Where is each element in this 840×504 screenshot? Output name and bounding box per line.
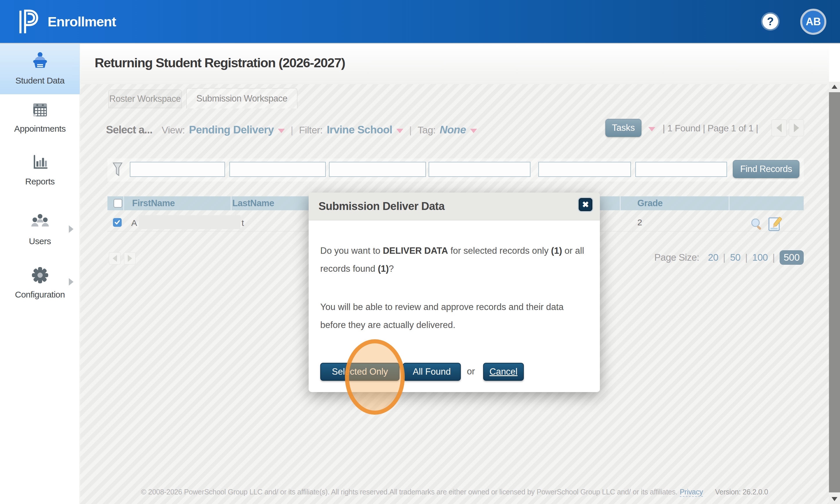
all-found-label: All Found	[413, 366, 451, 377]
prev-page-button-bottom[interactable]	[109, 252, 120, 265]
sidebar-item-label: Reports	[0, 177, 80, 186]
separator: |	[291, 124, 293, 136]
filter-input-firstname[interactable]	[130, 162, 225, 177]
filter-input-grade[interactable]	[635, 162, 727, 177]
app-title: Enrollment	[48, 14, 116, 30]
column-header-firstname[interactable]: FirstName	[132, 196, 175, 210]
modal-close-button[interactable]: ✖	[579, 198, 592, 211]
filter-input-lastname[interactable]	[229, 162, 326, 177]
separator: |	[772, 252, 775, 263]
sidebar-item-label: Student Data	[0, 76, 80, 86]
redacted-name	[139, 215, 240, 229]
tasks-button[interactable]: Tasks	[605, 119, 641, 137]
vertical-scrollbar	[829, 82, 840, 504]
avatar-initials: AB	[806, 16, 821, 28]
page-size-option-500-selected[interactable]: 500	[779, 250, 804, 265]
scrollbar-up-button[interactable]	[829, 82, 840, 92]
filter-dropdown-caret-icon[interactable]	[396, 129, 403, 133]
results-summary: | 1 Found | Page 1 of 1 |	[663, 123, 758, 134]
version-text: Version: 26.2.0.0	[715, 488, 768, 496]
view-record-magnifier-icon[interactable]	[750, 217, 764, 231]
submission-deliver-data-modal: Submission Deliver Data ✖ Do you want to…	[309, 193, 600, 392]
column-divider	[231, 196, 232, 210]
prev-page-button[interactable]	[771, 120, 787, 136]
sidebar: Student Data Appointments	[0, 44, 80, 504]
next-page-button[interactable]	[789, 120, 804, 136]
arrow-left-icon	[776, 124, 782, 132]
student-data-icon	[31, 51, 50, 70]
scrollbar-down-button[interactable]	[829, 494, 840, 504]
select-all-checkbox[interactable]	[114, 199, 122, 208]
page-size-option-50[interactable]: 50	[730, 252, 741, 263]
column-divider	[123, 196, 124, 210]
sidebar-item-reports[interactable]: Reports	[0, 154, 80, 197]
tab-submission-workspace[interactable]: Submission Workspace	[186, 88, 297, 108]
chevron-right-icon	[69, 225, 73, 233]
modal-question: Do you want to DELIVER DATA for selected…	[320, 242, 587, 278]
edit-record-icon[interactable]	[767, 216, 782, 231]
page-size-option-20[interactable]: 20	[708, 252, 718, 263]
selected-only-button[interactable]: Selected Only	[320, 363, 399, 381]
scrollbar-thumb[interactable]	[829, 92, 840, 492]
help-icon[interactable]: ?	[762, 14, 778, 29]
modal-title: Submission Deliver Data	[319, 200, 445, 213]
copyright-text: © 2008-2026 PowerSchool Group LLC and/ o…	[141, 488, 678, 496]
page-size-control: Page Size: 20 | 50 | 100 | 500	[648, 249, 804, 266]
page-title-band: Returning Student Registration (2026-202…	[80, 44, 829, 84]
tab-roster-workspace[interactable]: Roster Workspace	[108, 90, 182, 108]
tab-label: Roster Workspace	[109, 94, 181, 104]
modal-header: Submission Deliver Data ✖	[309, 193, 600, 220]
sidebar-item-users[interactable]: Users	[0, 214, 80, 257]
view-toolbar: Select a... View: Pending Delivery | Fil…	[106, 121, 477, 139]
row-firstname-fragment: A	[131, 218, 137, 228]
powerschool-logo-icon	[17, 7, 39, 35]
footer: © 2008-2026 PowerSchool Group LLC and/ o…	[80, 488, 829, 497]
column-header-lastname[interactable]: LastName	[232, 196, 274, 210]
filter-label: Filter:	[299, 124, 323, 136]
tag-label: Tag:	[417, 124, 435, 136]
page-size-option-100[interactable]: 100	[752, 252, 768, 263]
app-root: Enrollment ? AB Student Data	[0, 0, 840, 504]
select-all-control[interactable]: Select a...	[106, 124, 152, 136]
page-title: Returning Student Registration (2026-202…	[95, 55, 345, 70]
filter-input-5[interactable]	[538, 162, 631, 177]
arrow-left-icon	[113, 255, 117, 262]
filter-input-3[interactable]	[329, 162, 426, 177]
user-avatar[interactable]: AB	[800, 9, 826, 35]
sidebar-item-label: Appointments	[0, 124, 80, 134]
filter-value[interactable]: Irvine School	[327, 124, 392, 136]
users-icon	[31, 214, 49, 231]
all-found-button[interactable]: All Found	[403, 363, 461, 381]
separator: |	[723, 252, 725, 263]
chevron-right-icon	[69, 278, 73, 286]
sidebar-item-appointments[interactable]: Appointments	[0, 101, 80, 147]
privacy-link[interactable]: Privacy	[680, 488, 703, 497]
view-dropdown-caret-icon[interactable]	[278, 129, 285, 133]
separator: |	[409, 124, 412, 136]
sidebar-item-student-data[interactable]: Student Data	[0, 44, 80, 94]
column-header-grade[interactable]: Grade	[637, 196, 663, 210]
tag-value[interactable]: None	[440, 124, 466, 136]
view-value[interactable]: Pending Delivery	[189, 124, 274, 136]
sidebar-item-configuration[interactable]: Configuration	[0, 266, 80, 312]
calendar-icon	[31, 101, 49, 119]
tasks-dropdown-caret-icon[interactable]	[648, 127, 655, 131]
scroll-up-icon	[832, 85, 837, 89]
row-checkbox[interactable]	[113, 218, 122, 227]
close-icon: ✖	[582, 200, 589, 209]
next-page-button-bottom[interactable]	[124, 252, 136, 265]
tab-label: Submission Workspace	[196, 93, 287, 104]
filter-input-4[interactable]	[429, 162, 530, 177]
help-glyph: ?	[767, 15, 773, 28]
column-divider	[620, 196, 620, 210]
tag-dropdown-caret-icon[interactable]	[470, 129, 477, 133]
modal-note: You will be able to review and approve r…	[320, 298, 587, 334]
bar-chart-icon	[31, 154, 49, 172]
sidebar-item-label: Users	[0, 236, 80, 246]
check-icon	[115, 219, 120, 225]
or-label: or	[467, 366, 475, 377]
row-grade-value: 2	[637, 217, 642, 227]
view-label: View:	[162, 124, 185, 136]
find-records-button[interactable]: Find Records	[733, 160, 799, 178]
cancel-button[interactable]: Cancel	[483, 363, 524, 381]
